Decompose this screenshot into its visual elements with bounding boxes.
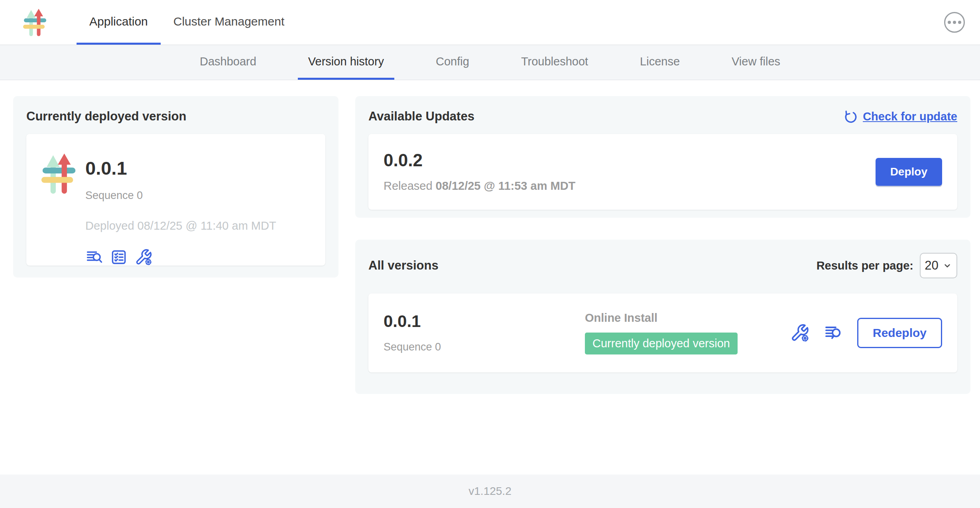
chevron-down-icon (942, 260, 952, 271)
release-notes-icon[interactable] (85, 248, 103, 266)
tab-application[interactable]: Application (77, 0, 161, 45)
available-updates-panel: Available Updates Check for update 0.0.2 (355, 96, 970, 218)
results-per-page-label: Results per page: (817, 259, 913, 272)
release-notes-icon[interactable] (824, 323, 843, 343)
right-column: Available Updates Check for update 0.0.2 (355, 96, 970, 475)
deployed-version-card: 0.0.1 Sequence 0 Deployed 08/12/25 @ 11:… (26, 134, 325, 266)
currently-deployed-column: Currently deployed version 0.0 (13, 96, 338, 475)
console-footer: v1.125.2 (0, 475, 980, 508)
top-nav: Application Cluster Management (0, 0, 980, 45)
update-info: 0.0.2 Released 08/12/25 @ 11:53 am MDT (384, 152, 575, 193)
deployed-version-info: 0.0.1 Sequence 0 Deployed 08/12/25 @ 11:… (85, 145, 276, 252)
results-per-page-select[interactable]: 20 (920, 253, 957, 278)
update-version-number: 0.0.2 (384, 152, 575, 169)
app-logo-icon (40, 152, 78, 195)
redeploy-button[interactable]: Redeploy (857, 318, 942, 348)
tab-cluster-management[interactable]: Cluster Management (161, 0, 297, 45)
config-icon[interactable] (135, 248, 152, 266)
check-for-update-link[interactable]: Check for update (844, 109, 957, 124)
admin-console-page: Application Cluster Management Dashboard… (0, 0, 980, 508)
console-version: v1.125.2 (468, 485, 511, 498)
subnav-view-files[interactable]: View files (721, 45, 791, 80)
all-versions-header: All versions Results per page: 20 (368, 253, 957, 278)
subnav-config[interactable]: Config (425, 45, 480, 80)
currently-deployed-title: Currently deployed version (26, 109, 325, 124)
main-content: Currently deployed version 0.0 (0, 80, 980, 475)
currently-deployed-badge: Currently deployed version (585, 333, 738, 354)
version-row-actions: Redeploy (790, 318, 942, 348)
ellipsis-menu-icon[interactable] (944, 12, 965, 33)
preflight-checks-icon[interactable] (110, 248, 128, 266)
version-row-status: Online Install Currently deployed versio… (585, 311, 738, 354)
install-type-label: Online Install (585, 311, 738, 325)
currently-deployed-panel: Currently deployed version 0.0 (13, 96, 338, 278)
version-row: 0.0.1 Sequence 0 Online Install Currentl… (368, 293, 957, 372)
update-released-timestamp: Released 08/12/25 @ 11:53 am MDT (384, 179, 575, 193)
row-sequence: Sequence 0 (384, 341, 585, 353)
deploy-button[interactable]: Deploy (876, 158, 942, 186)
subnav-version-history[interactable]: Version history (298, 45, 394, 80)
row-version-number: 0.0.1 (384, 313, 585, 330)
available-updates-title: Available Updates (368, 109, 474, 124)
deployed-version-number: 0.0.1 (85, 159, 276, 177)
deployed-timestamp: Deployed 08/12/25 @ 11:40 am MDT (85, 219, 276, 232)
refresh-icon (844, 109, 858, 124)
all-versions-panel: All versions Results per page: 20 0.0 (355, 240, 970, 394)
app-logo-icon (22, 8, 48, 37)
subnav-dashboard[interactable]: Dashboard (189, 45, 267, 80)
all-versions-title: All versions (368, 258, 439, 273)
app-sub-nav: Dashboard Version history Config Trouble… (0, 45, 980, 80)
deployed-sequence: Sequence 0 (85, 189, 276, 202)
subnav-license[interactable]: License (630, 45, 690, 80)
deployed-version-actions (85, 248, 276, 266)
available-updates-header: Available Updates Check for update (368, 109, 957, 124)
config-icon[interactable] (790, 323, 809, 343)
results-per-page: Results per page: 20 (817, 253, 957, 278)
subnav-troubleshoot[interactable]: Troubleshoot (511, 45, 598, 80)
update-card: 0.0.2 Released 08/12/25 @ 11:53 am MDT D… (368, 134, 957, 210)
version-row-info: 0.0.1 Sequence 0 (384, 313, 585, 353)
